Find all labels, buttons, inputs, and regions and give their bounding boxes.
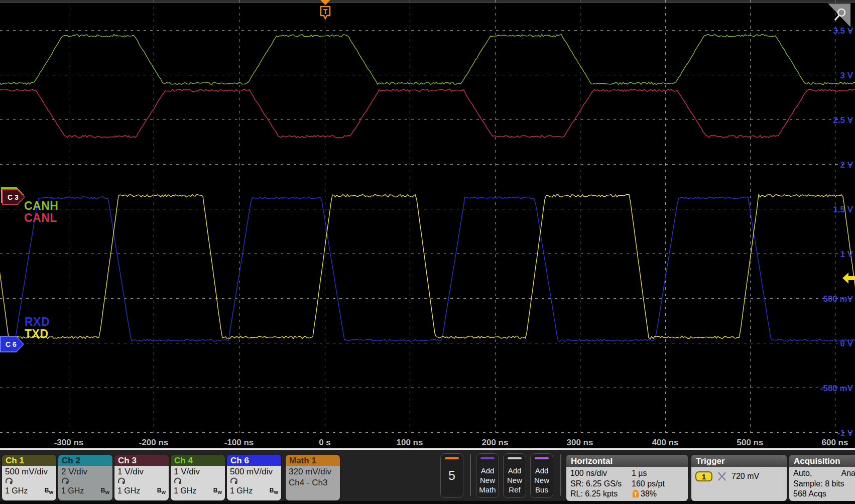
channel-badge-ch1[interactable]: Ch 1 500 mV/div 1 GHz BW [2,455,56,500]
trigger-arrow-icon [320,0,330,5]
trigger-title: Trigger [691,455,787,467]
ch1-bandwidth: 1 GHz [5,486,28,496]
ch6-scale: 500 mV/div [230,466,278,477]
trigger-level-arrow-icon [842,273,855,284]
probe-icon [174,477,182,484]
horizontal-scale: 100 ns/div [570,468,632,479]
wave-count-label: 5 [441,471,463,480]
acquisition-panel[interactable]: Acquisition Auto, Ana Sample: 8 bits 568… [789,455,855,501]
bottom-control-bar: Ch 1 500 mV/div 1 GHz BW Ch 2 2 V/div 1 … [0,448,855,504]
probe-icon [117,477,126,484]
add-bus-accent [535,457,549,459]
trigger-position-icon: T [632,490,639,498]
add-new-math-button[interactable]: Add New Math [476,453,499,498]
voltage-axis-label: 2.5 V [833,115,853,125]
math1-expression: Ch4 - Ch3 [289,477,337,488]
acquisition-sample: Sample: 8 bits [793,479,855,489]
horizontal-trigger-position: 38% [641,489,657,498]
channel-badge-ch4[interactable]: Ch 4 1 V/div 1 GHz BW [171,455,225,500]
edge-trigger-icon [717,471,727,481]
add-new-bus-button[interactable]: Add New Bus [530,453,553,498]
time-axis-label: -200 ns [139,438,169,447]
channel-badge-ch6[interactable]: Ch 6 500 mV/div 1 GHz BW [227,455,281,500]
horizontal-panel[interactable]: Horizontal 100 ns/div 1 µs SR: 6.25 GS/s… [566,455,688,501]
horizontal-resolution: 160 ps/pt [632,479,684,489]
wave-count-accent [445,457,459,459]
time-axis-label: 600 ns [822,438,848,447]
ch6-bandwidth: 1 GHz [230,486,253,496]
trigger-t-letter: T [323,8,328,16]
bw-limit-badge: BW [101,487,109,496]
trigger-panel[interactable]: Trigger 1 720 mV [691,455,787,501]
ch4-scale: 1 V/div [174,466,222,477]
add-math-accent [480,457,495,459]
rxd-trace-label: RXD [25,316,50,328]
time-axis-label: 400 ns [652,438,679,447]
time-axis-label: 300 ns [567,438,593,447]
canh-trace-label: CANH [24,200,58,212]
voltage-axis-label: 0 V [840,339,853,348]
ch2-scale: 2 V/div [61,466,109,477]
math1-scale: 320 mV/div [289,466,337,477]
ch3-bandwidth: 1 GHz [117,486,140,496]
txd-trace-label: TXD [25,328,49,340]
acquisition-title: Acquisition [789,455,855,467]
time-axis-label: 100 ns [397,438,423,447]
ch3-title: Ch 3 [114,455,169,466]
voltage-axis-label: 2 V [840,160,853,170]
voltage-axis-label: 1 V [840,249,853,259]
math1-title: Math 1 [286,455,340,466]
divider [470,454,471,496]
bw-limit-badge: BW [270,487,278,496]
channel-badge-ch2[interactable]: Ch 2 2 V/div 1 GHz BW [58,455,112,500]
ch2-title: Ch 2 [58,455,112,466]
voltage-axis-label: 3 V [840,71,853,80]
acquisition-mode: Auto, [793,468,812,479]
horizontal-window: 1 µs [632,468,684,479]
voltage-axis-label: -500 mV [820,384,853,393]
horizontal-title: Horizontal [566,455,688,467]
time-axis-label: 0 s [319,438,331,447]
ch4-title: Ch 4 [171,455,225,466]
math1-badge[interactable]: Math 1 320 mV/div Ch4 - Ch3 [286,455,340,500]
trigger-position-marker[interactable]: T [318,0,332,25]
add-ref-accent [508,457,522,459]
time-axis-label: 500 ns [737,438,764,447]
probe-icon [230,477,238,484]
trigger-level-arrow[interactable] [842,273,855,286]
divider [560,454,561,496]
wave-count-button[interactable]: 5 [440,453,463,498]
horizontal-sample-rate: SR: 6.25 GS/s [570,479,632,489]
bw-limit-badge: BW [45,487,53,496]
bw-limit-badge: BW [157,487,166,496]
add-bus-label: Add New Bus [531,466,553,494]
bw-limit-badge: BW [213,487,222,496]
add-ref-label: Add New Ref [504,466,526,494]
time-axis-label: 200 ns [482,438,509,447]
horizontal-record-length: RL: 6.25 kpts [570,489,632,499]
ch1-scale: 500 mV/div [5,466,53,477]
trigger-level-value: 720 mV [731,472,759,481]
svg-text:T: T [634,492,637,497]
ch6-title: Ch 6 [227,455,281,466]
channel-badge-ch3[interactable]: Ch 3 1 V/div 1 GHz BW [114,455,169,500]
voltage-axis-label: 500 mV [823,294,853,304]
ch1-title: Ch 1 [2,455,56,466]
voltage-axis-label: 1.5 V [833,205,853,214]
ch4-bandwidth: 1 GHz [174,486,196,496]
acquisition-count: 568 Acqs [793,489,855,499]
zoom-corner-control[interactable] [828,4,851,30]
trigger-source-badge: 1 [695,471,712,481]
waveform-display: -300 ns-200 ns-100 ns0 s100 ns200 ns300 … [0,0,855,448]
canl-trace-label: CANL [24,212,57,224]
probe-icon [5,477,13,484]
oscilloscope-screen: -300 ns-200 ns-100 ns0 s100 ns200 ns300 … [0,0,855,504]
acquisition-mode-right: Ana [841,468,855,479]
voltage-axis-label: -1 V [837,428,853,438]
magnifier-handle [835,16,839,20]
add-new-ref-button[interactable]: Add New Ref [503,453,526,498]
bar-bottom-edge [0,501,855,504]
probe-icon [61,477,69,484]
add-math-label: Add New Math [476,466,499,494]
time-axis-label: -100 ns [224,438,254,447]
